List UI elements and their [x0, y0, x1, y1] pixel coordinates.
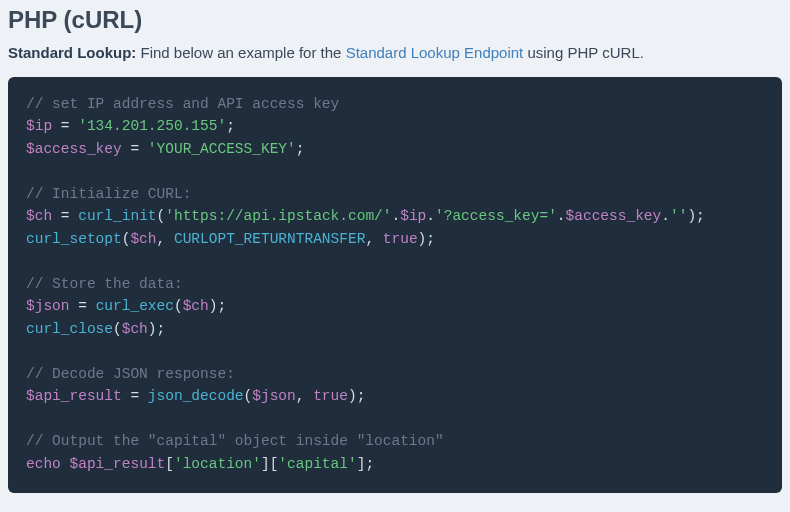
- code-comment: // Output the "capital" object inside "l…: [26, 433, 444, 449]
- code-comment: // Initialize CURL:: [26, 186, 191, 202]
- standard-lookup-link[interactable]: Standard Lookup Endpoint: [346, 44, 524, 61]
- code-comment: // Decode JSON response:: [26, 366, 235, 382]
- code-fn: curl_close: [26, 321, 113, 337]
- lead-text-after: using PHP cURL.: [523, 44, 644, 61]
- code-comment: // set IP address and API access key: [26, 96, 339, 112]
- code-fn: curl_setopt: [26, 231, 122, 247]
- lead-strong: Standard Lookup:: [8, 44, 136, 61]
- code-keyword: echo: [26, 456, 61, 472]
- code-fn: curl_exec: [96, 298, 174, 314]
- code-comment: // Store the data:: [26, 276, 183, 292]
- code-var: $access_key: [26, 141, 122, 157]
- code-block: // set IP address and API access key $ip…: [8, 77, 782, 493]
- code-string: 'YOUR_ACCESS_KEY': [148, 141, 296, 157]
- code-var: $ip: [26, 118, 52, 134]
- code-fn: curl_init: [78, 208, 156, 224]
- lead-text-before: Find below an example for the: [136, 44, 345, 61]
- section-title: PHP (cURL): [8, 6, 782, 34]
- code-const: CURLOPT_RETURNTRANSFER: [174, 231, 365, 247]
- code-string: '134.201.250.155': [78, 118, 226, 134]
- code-fn: json_decode: [148, 388, 244, 404]
- lead-paragraph: Standard Lookup: Find below an example f…: [8, 44, 782, 61]
